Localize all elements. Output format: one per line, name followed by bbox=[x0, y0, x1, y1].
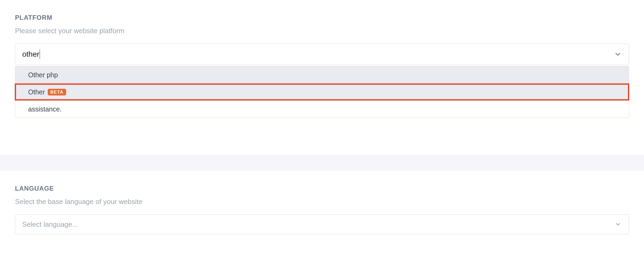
platform-subtitle: Please select your website platform bbox=[15, 27, 629, 35]
platform-dropdown: Other php Other BETA assistance. bbox=[15, 66, 629, 118]
language-select[interactable]: Select language... bbox=[15, 214, 629, 234]
platform-typed-text: other bbox=[22, 50, 39, 59]
chevron-down-icon bbox=[615, 221, 621, 228]
text-cursor bbox=[40, 49, 40, 59]
platform-title: PLATFORM bbox=[15, 14, 629, 21]
language-card: LANGUAGE Select the base language of you… bbox=[0, 171, 644, 254]
dropdown-option-other[interactable]: Other BETA bbox=[15, 83, 629, 101]
language-title: LANGUAGE bbox=[15, 185, 629, 192]
platform-select-input[interactable]: other bbox=[15, 44, 629, 65]
option-label: Other php bbox=[28, 71, 58, 79]
language-placeholder: Select language... bbox=[22, 220, 78, 229]
option-label: Other bbox=[28, 88, 45, 96]
platform-select-wrapper: other Other php Other BETA assistance. bbox=[15, 44, 629, 65]
chevron-down-icon bbox=[614, 51, 621, 58]
beta-badge: BETA bbox=[48, 89, 66, 95]
platform-card: PLATFORM Please select your website plat… bbox=[0, 0, 644, 155]
dropdown-extra-text: assistance. bbox=[15, 101, 629, 118]
dropdown-option-other-php[interactable]: Other php bbox=[15, 66, 629, 83]
language-subtitle: Select the base language of your website bbox=[15, 198, 629, 206]
